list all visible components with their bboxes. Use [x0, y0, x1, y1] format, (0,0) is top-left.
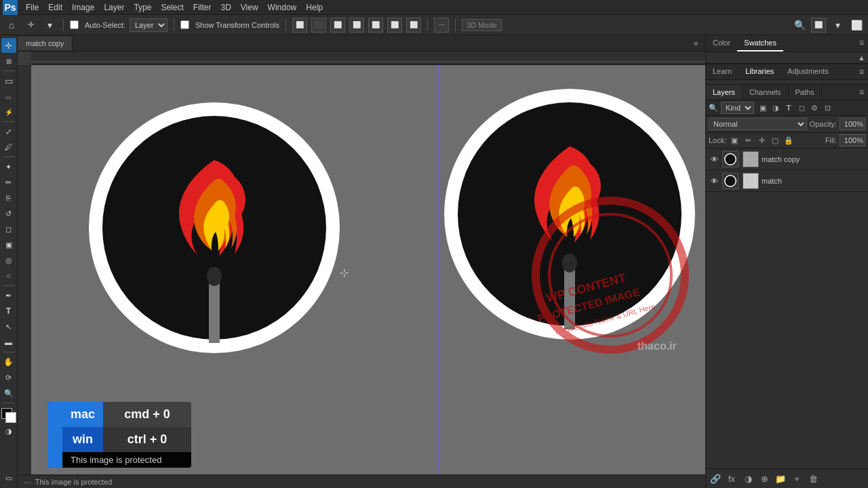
path-select-tool[interactable]: ↖ — [1, 319, 16, 334]
menu-type[interactable]: Type — [130, 1, 155, 14]
move-tool-icon[interactable]: ✛ — [23, 18, 38, 33]
show-transform-checkbox[interactable] — [180, 20, 189, 29]
menu-file[interactable]: File — [22, 1, 43, 14]
fill-input[interactable] — [840, 134, 865, 146]
healing-brush-tool[interactable]: ✦ — [1, 159, 16, 174]
libs-panel-spacer — [706, 80, 868, 84]
distribute-btn[interactable]: ⬜ — [406, 18, 421, 33]
rotate-view-tool[interactable]: ⟳ — [1, 370, 16, 385]
eraser-tool[interactable]: ◻ — [1, 222, 16, 237]
tab-color[interactable]: Color — [706, 35, 737, 52]
menu-edit[interactable]: Edit — [44, 1, 66, 14]
home-icon[interactable]: ⌂ — [4, 18, 19, 33]
lasso-tool[interactable]: ⌓ — [1, 89, 16, 104]
artboard-tool[interactable]: ⊞ — [1, 54, 16, 68]
history-brush-tool[interactable]: ↺ — [1, 206, 16, 221]
left-match-circle — [85, 85, 343, 384]
lock-paint-icon[interactable]: ✏ — [743, 135, 753, 146]
type-tool[interactable]: T — [1, 304, 16, 319]
foreground-color[interactable] — [1, 408, 16, 423]
filter-adjust-icon[interactable]: ◑ — [770, 102, 782, 114]
menu-window[interactable]: Window — [264, 1, 301, 14]
menu-image[interactable]: Image — [68, 1, 98, 14]
layer-fx-icon[interactable]: fx — [725, 472, 738, 485]
zoom-tool[interactable]: 🔍 — [1, 386, 16, 401]
lock-all-icon[interactable]: 🔒 — [783, 135, 794, 146]
quick-mask-btn[interactable]: ◑ — [1, 424, 16, 439]
layer-item-match-copy[interactable]: 👁 match copy — [706, 148, 868, 170]
align-left-btn[interactable]: ⬜ — [292, 18, 307, 33]
eyedropper-tool[interactable]: 🖊 — [1, 140, 16, 155]
blur-tool[interactable]: ◎ — [1, 253, 16, 268]
menu-layer[interactable]: Layer — [100, 1, 128, 14]
panel-collapse-icon[interactable]: ▲ — [858, 54, 865, 62]
brush-tool[interactable]: ✏ — [1, 175, 16, 190]
layer-visibility-match-copy[interactable]: 👁 — [709, 154, 719, 165]
lock-position-icon[interactable]: ✛ — [756, 135, 767, 146]
blend-mode-select[interactable]: Normal — [709, 118, 807, 130]
align-bottom-btn[interactable]: ⬜ — [387, 18, 402, 33]
search-icon[interactable]: 🔍 — [792, 18, 807, 33]
lock-artboard-icon[interactable]: ▢ — [770, 135, 781, 146]
tab-collapse-btn[interactable]: » — [689, 35, 703, 52]
tab-channels[interactable]: Channels — [743, 85, 788, 99]
align-center-h-btn[interactable]: ⬛ — [311, 18, 326, 33]
menu-3d[interactable]: 3D — [216, 1, 235, 14]
quick-select-tool[interactable]: ⚡ — [1, 104, 16, 119]
filter-type-icon[interactable]: T — [783, 102, 795, 114]
menu-filter[interactable]: Filter — [189, 1, 216, 14]
layer-mask-icon[interactable]: ◑ — [741, 472, 755, 485]
align-right-btn[interactable]: ⬜ — [330, 18, 345, 33]
move-settings-icon[interactable]: ▾ — [42, 18, 57, 33]
tab-adjustments[interactable]: Adjustments — [781, 64, 835, 79]
pen-tool[interactable]: ✒ — [1, 288, 16, 303]
tab-layers[interactable]: Layers — [706, 85, 743, 99]
auto-select-checkbox[interactable] — [70, 20, 79, 29]
tab-swatches[interactable]: Swatches — [737, 35, 783, 52]
tab-paths[interactable]: Paths — [789, 85, 822, 99]
move-tool[interactable]: ✛ — [1, 38, 16, 53]
menu-view[interactable]: View — [237, 1, 262, 14]
layer-delete-icon[interactable]: 🗑 — [806, 472, 820, 485]
menu-help[interactable]: Help — [302, 1, 327, 14]
view-icon[interactable]: ⬜ — [811, 18, 826, 33]
shape-tool[interactable]: ▬ — [1, 335, 16, 350]
tab-libraries[interactable]: Libraries — [738, 64, 781, 79]
canvas-tab-match-copy[interactable]: match copy — [18, 37, 73, 50]
opacity-input[interactable] — [840, 118, 865, 130]
hand-tool[interactable]: ✋ — [1, 354, 16, 369]
layer-folder-icon[interactable]: 📁 — [774, 472, 787, 485]
status-dots[interactable]: ··· — [23, 476, 31, 487]
lock-transparency-icon[interactable]: ▣ — [729, 135, 740, 146]
gradient-tool[interactable]: ▣ — [1, 237, 16, 252]
workspace-icon[interactable]: ▾ — [830, 18, 845, 33]
marquee-tool[interactable]: ▭ — [1, 73, 16, 88]
clone-stamp-tool[interactable]: ⎘ — [1, 190, 16, 205]
color-panel-menu-btn[interactable]: ≡ — [855, 35, 868, 52]
change-screen-mode[interactable]: ▭ — [1, 470, 16, 485]
3d-mode-btn[interactable]: 3D Mode — [462, 19, 502, 31]
options-bar: ⌂ ✛ ▾ Auto-Select: Layer Show Transform … — [0, 15, 868, 35]
filter-shape-icon[interactable]: ◻ — [795, 102, 808, 114]
layer-visibility-match[interactable]: 👁 — [709, 176, 719, 186]
layers-panel-menu-btn[interactable]: ≡ — [855, 85, 868, 100]
layers-kind-select[interactable]: Kind — [721, 102, 754, 114]
layer-add-icon[interactable]: + — [790, 472, 804, 485]
crop-tool[interactable]: ⤢ — [1, 124, 16, 139]
layer-adjustment-icon[interactable]: ⊕ — [757, 472, 771, 485]
layer-link-icon[interactable]: 🔗 — [709, 472, 722, 485]
filter-toggle-icon[interactable]: ⊡ — [821, 102, 833, 114]
more-options-btn[interactable]: ··· — [434, 18, 449, 33]
filter-smart-icon[interactable]: ⚙ — [808, 102, 821, 114]
layer-select[interactable]: Layer — [130, 18, 167, 32]
tab-learn[interactable]: Learn — [706, 64, 738, 79]
arrange-icon[interactable]: ⬜ — [849, 18, 864, 33]
libs-panel-menu-btn[interactable]: ≡ — [855, 64, 868, 79]
dodge-tool[interactable]: ○ — [1, 268, 16, 283]
align-center-v-btn[interactable]: ⬜ — [368, 18, 383, 33]
menu-select[interactable]: Select — [157, 1, 187, 14]
layer-item-match[interactable]: 👁 match — [706, 170, 868, 192]
filter-pixel-icon[interactable]: ▣ — [757, 102, 769, 114]
align-top-btn[interactable]: ⬜ — [349, 18, 364, 33]
layer-name-match: match — [762, 177, 865, 185]
